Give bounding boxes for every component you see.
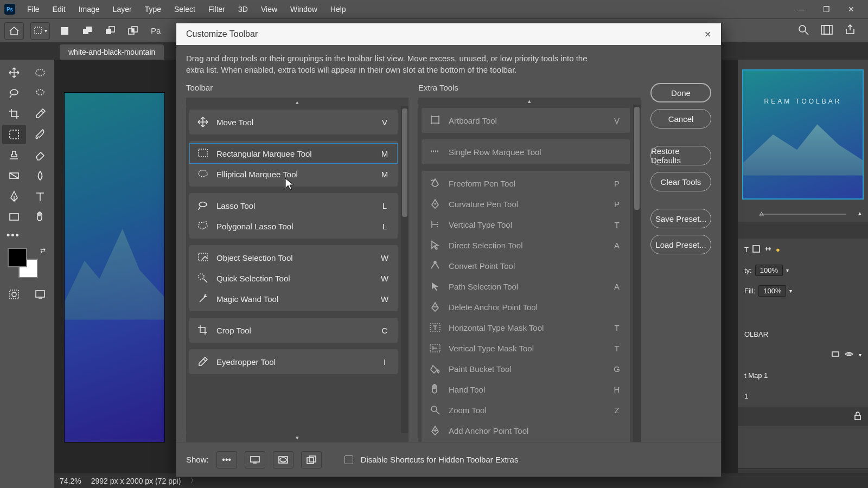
menu-select[interactable]: Select (168, 5, 202, 14)
frame-icon[interactable] (820, 24, 833, 37)
eyedropper-tool-icon[interactable] (28, 104, 52, 124)
tool-row[interactable]: Direct Selection ToolA (422, 235, 630, 255)
window-minimize-button[interactable]: — (789, 3, 814, 16)
menu-file[interactable]: File (21, 5, 46, 14)
tool-row[interactable]: Path Selection ToolA (422, 276, 630, 297)
tool-row[interactable]: Quick Selection ToolW (189, 268, 398, 288)
dialog-title-bar[interactable]: Customize Toolbar ✕ (176, 23, 721, 45)
document-canvas[interactable] (64, 92, 165, 442)
crop-tool-icon[interactable] (2, 104, 26, 124)
menu-filter[interactable]: Filter (202, 5, 232, 14)
gradient-tool-icon[interactable] (2, 166, 26, 185)
tool-row[interactable]: Zoom ToolZ (422, 400, 630, 420)
chevron-right-icon[interactable]: 〉 (190, 476, 197, 485)
color-swatches[interactable]: ⇄ (8, 248, 44, 278)
show-stack-icon[interactable] (301, 451, 322, 468)
window-maximize-button[interactable]: ❐ (814, 3, 839, 16)
tool-row[interactable]: Hand ToolH (422, 379, 630, 400)
screenmode-icon[interactable] (28, 285, 52, 304)
tool-row[interactable]: Delete Anchor Point Tool (422, 297, 630, 317)
eye-icon[interactable] (845, 351, 853, 359)
move-tool-icon[interactable] (2, 63, 26, 82)
tool-row[interactable]: Curvature Pen ToolP (422, 194, 630, 214)
tool-row[interactable]: Elliptical Marquee ToolM (189, 164, 398, 184)
toolbox-overflow-icon[interactable]: ••• (2, 228, 52, 243)
save-preset-button[interactable]: Save Preset... (650, 209, 711, 228)
magnetic-lasso-tool-icon[interactable] (28, 84, 52, 103)
menu-edit[interactable]: Edit (46, 5, 72, 14)
rect-new-icon[interactable] (56, 23, 73, 39)
home-icon[interactable] (4, 22, 24, 40)
show-grid-icon[interactable] (273, 451, 293, 468)
rect-intersect-icon[interactable] (125, 23, 141, 39)
fill-value[interactable]: 100% (758, 285, 786, 297)
cancel-button[interactable]: Cancel (650, 109, 711, 129)
search-icon[interactable] (797, 24, 809, 38)
close-icon[interactable]: ✕ (704, 29, 711, 40)
tool-row[interactable]: Artboard ToolV (422, 110, 630, 131)
pen-tool-icon[interactable] (2, 187, 26, 206)
rect-add-icon[interactable] (79, 23, 95, 39)
tool-row[interactable]: Freeform Pen ToolP (422, 173, 630, 194)
tool-row[interactable]: Crop ToolC (189, 320, 398, 341)
tool-row[interactable]: Vertical Type ToolT (422, 214, 630, 235)
quickmask-icon[interactable] (2, 285, 26, 304)
document-tab[interactable]: white-and-black-mountain (60, 44, 164, 60)
opacity-value[interactable]: 100% (755, 265, 783, 276)
lasso-tool-icon[interactable] (2, 84, 26, 103)
layer-item[interactable]: t Map 1 (738, 365, 868, 385)
blur-tool-icon[interactable] (28, 166, 52, 185)
menu-help[interactable]: Help (324, 5, 353, 14)
done-button[interactable]: Done (650, 83, 711, 102)
foreground-color-swatch[interactable] (8, 248, 27, 267)
scrollbar[interactable] (633, 105, 641, 442)
ellipse-marquee-tool-icon[interactable] (28, 63, 52, 82)
menu-view[interactable]: View (254, 5, 284, 14)
tool-row[interactable]: Move ToolV (189, 112, 398, 132)
dot-icon[interactable]: ● (776, 246, 780, 254)
menu-layer[interactable]: Layer (106, 5, 138, 14)
scroll-down-icon[interactable]: ▾ (186, 433, 409, 442)
tool-row[interactable]: Paint Bucket ToolG (422, 358, 630, 379)
tool-row[interactable]: Polygonal Lasso ToolL (189, 216, 398, 236)
lock-icon[interactable] (854, 412, 861, 422)
layer-item[interactable]: OLBAR (738, 324, 868, 344)
tool-row[interactable]: Rectangular Marquee ToolM (189, 143, 398, 164)
scroll-up-icon[interactable]: ▴ (418, 98, 641, 105)
disable-shortcuts-checkbox[interactable] (344, 455, 353, 464)
scrollbar[interactable] (401, 106, 409, 433)
type-icon[interactable]: T (744, 246, 749, 254)
tool-row[interactable]: Lasso ToolL (189, 195, 398, 216)
toolbar-list[interactable]: Move ToolVRectangular Marquee ToolMEllip… (186, 106, 401, 433)
restore-defaults-button[interactable]: Restore Defaults (650, 146, 711, 165)
layer-item[interactable]: 1 (738, 386, 868, 406)
tool-row[interactable]: Convert Point Tool (422, 255, 630, 276)
link-icon[interactable] (764, 245, 773, 255)
menu-3d[interactable]: 3D (232, 5, 254, 14)
window-close-button[interactable]: ✕ (839, 3, 864, 16)
chevron-down-icon[interactable]: ▾ (786, 267, 789, 273)
chevron-down-icon[interactable]: ▾ (789, 288, 792, 294)
tool-row[interactable]: Single Row Marquee Tool (422, 142, 630, 162)
share-icon[interactable] (844, 24, 856, 38)
clear-tools-button[interactable]: Clear Tools (650, 172, 711, 191)
hand-tool-icon[interactable] (28, 207, 52, 227)
tool-row[interactable]: Add Anchor Point Tool (422, 420, 630, 441)
scroll-up-icon[interactable]: ▴ (186, 98, 409, 106)
tool-row[interactable]: Horizontal Type Mask ToolT (422, 317, 630, 338)
extras-list[interactable]: Artboard ToolVSingle Row Marquee ToolFre… (418, 105, 633, 442)
eraser-tool-icon[interactable] (28, 145, 52, 165)
menu-window[interactable]: Window (284, 5, 324, 14)
type-tool-icon[interactable] (28, 187, 52, 206)
load-preset-button[interactable]: Load Preset... (650, 235, 711, 254)
stamp-tool-icon[interactable] (2, 145, 26, 165)
tool-preset-icon[interactable]: ▾ (30, 22, 50, 40)
menu-type[interactable]: Type (138, 5, 168, 14)
swap-colors-icon[interactable]: ⇄ (40, 247, 46, 254)
menu-image[interactable]: Image (72, 5, 106, 14)
show-ellipsis-icon[interactable]: ••• (216, 451, 237, 468)
tool-row[interactable]: Vertical Type Mask ToolT (422, 338, 630, 358)
tool-row[interactable]: Magic Wand ToolW (189, 288, 398, 309)
transform-icon[interactable] (752, 245, 761, 255)
tool-row[interactable]: Eyedropper ToolI (189, 351, 398, 372)
